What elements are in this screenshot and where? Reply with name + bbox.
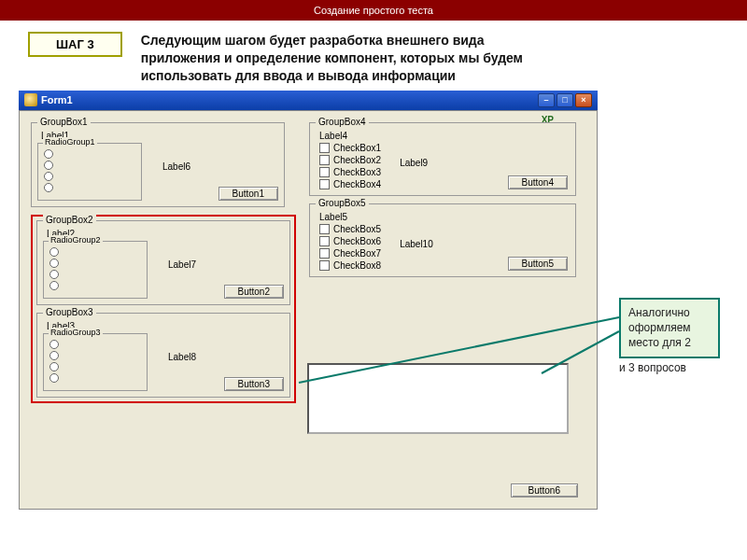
button-4[interactable]: Button4 (508, 175, 568, 189)
button-2[interactable]: Button2 (224, 285, 284, 299)
radio-item[interactable] (44, 183, 135, 192)
groupbox-4[interactable]: GroupBox4 Label4 CheckBox1 CheckBox2 Che… (309, 122, 576, 196)
checkbox-label: CheckBox5 (333, 224, 381, 234)
checkbox-label: CheckBox4 (333, 179, 381, 189)
minimize-button[interactable]: – (538, 93, 555, 107)
side-label: Label10 (400, 239, 568, 249)
groupbox-title: GroupBox5 (316, 198, 369, 208)
radiogroup-title: RadioGroup1 (43, 137, 97, 147)
step-badge: ШАГ 3 (28, 32, 122, 57)
checkbox-item[interactable]: CheckBox7 (319, 248, 381, 259)
groupbox-1[interactable]: GroupBox1 Label1 RadioGroup1 Label6 Bu (31, 122, 285, 207)
radio-icon (44, 183, 53, 192)
label: Label4 (319, 131, 570, 141)
groupbox-title: GroupBox4 (316, 117, 369, 127)
button-5[interactable]: Button5 (508, 257, 568, 271)
maximize-button[interactable]: □ (557, 93, 573, 107)
checkbox-item[interactable]: CheckBox4 (319, 179, 381, 189)
groupbox-2[interactable]: GroupBox2 Label2 RadioGroup2 L (36, 220, 290, 305)
groupbox-title: GroupBox3 (43, 307, 96, 317)
checkbox-icon (319, 179, 330, 189)
checkbox-label: CheckBox3 (333, 167, 381, 177)
radiogroup-1[interactable]: RadioGroup1 (37, 143, 142, 201)
checkbox-label: CheckBox1 (333, 143, 381, 153)
radiogroup-3[interactable]: RadioGroup3 (43, 333, 148, 391)
banner: Создание простого теста (0, 0, 747, 21)
checkbox-label: CheckBox2 (333, 155, 381, 165)
checkbox-icon (319, 167, 330, 177)
radio-item[interactable] (49, 247, 141, 257)
groupbox-3[interactable]: GroupBox3 Label3 RadioGroup3 L (36, 313, 290, 398)
intro-text: Следующим шагом будет разработка внешнег… (141, 32, 524, 85)
radio-icon (49, 373, 59, 383)
delphi-icon (24, 93, 37, 106)
close-button[interactable]: × (575, 93, 592, 107)
button-3[interactable]: Button3 (224, 377, 284, 391)
form-title: Form1 (41, 94, 73, 105)
titlebar[interactable]: Form1 – □ × (19, 91, 598, 110)
label: Label5 (319, 212, 570, 222)
radio-item[interactable] (49, 362, 141, 371)
side-label: Label7 (168, 259, 284, 270)
radio-item[interactable] (49, 281, 141, 290)
form-window: Form1 – □ × XP GroupBox1 Label1 RadioGro… (19, 91, 598, 510)
checkbox-icon (319, 260, 330, 271)
side-label: Label8 (168, 352, 284, 362)
radio-icon (49, 270, 59, 279)
button-6[interactable]: Button6 (511, 483, 578, 497)
groupbox-title: GroupBox2 (43, 215, 96, 225)
radio-icon (44, 161, 53, 170)
checkbox-icon (319, 248, 330, 259)
checkbox-label: CheckBox8 (333, 260, 381, 271)
groupbox-title: GroupBox1 (37, 117, 91, 127)
radio-item[interactable] (49, 351, 141, 360)
radio-icon (49, 351, 59, 360)
checkbox-item[interactable]: CheckBox5 (319, 224, 381, 234)
radiogroup-title: RadioGroup3 (49, 328, 103, 337)
checkbox-label: CheckBox6 (333, 236, 381, 246)
radio-item[interactable] (44, 149, 135, 159)
callout-box: Аналогично оформляем место для 2 (619, 298, 720, 358)
radio-icon (49, 281, 59, 290)
radio-icon (44, 149, 53, 159)
highlight-box: GroupBox2 Label2 RadioGroup2 L (31, 215, 296, 403)
checkbox-item[interactable]: CheckBox8 (319, 260, 381, 271)
radio-icon (49, 247, 59, 257)
radio-item[interactable] (49, 373, 141, 383)
checkbox-icon (319, 236, 330, 246)
radio-item[interactable] (49, 259, 141, 268)
radio-icon (49, 362, 59, 371)
checkbox-item[interactable]: CheckBox3 (319, 167, 381, 177)
callout-text: и 3 вопросов (619, 360, 720, 375)
radio-item[interactable] (49, 270, 141, 279)
radio-item[interactable] (49, 340, 141, 349)
checkbox-icon (319, 155, 330, 165)
button-1[interactable]: Button1 (218, 187, 278, 201)
radio-icon (49, 340, 59, 349)
radiogroup-2[interactable]: RadioGroup2 (43, 241, 148, 299)
radio-item[interactable] (44, 172, 135, 181)
side-label: Label6 (162, 161, 278, 172)
side-label: Label9 (400, 158, 568, 168)
radio-icon (49, 259, 59, 268)
checkbox-item[interactable]: CheckBox6 (319, 236, 381, 246)
radio-item[interactable] (44, 161, 135, 170)
radiogroup-title: RadioGroup2 (49, 235, 103, 245)
checkbox-item[interactable]: CheckBox1 (319, 143, 381, 153)
checkbox-item[interactable]: CheckBox2 (319, 155, 381, 165)
checkbox-label: CheckBox7 (333, 248, 381, 259)
checkbox-icon (319, 224, 330, 234)
groupbox-5[interactable]: GroupBox5 Label5 CheckBox5 CheckBox6 Che… (309, 203, 576, 277)
text-area[interactable] (307, 363, 569, 434)
radio-icon (44, 172, 53, 181)
checkbox-icon (319, 143, 330, 153)
